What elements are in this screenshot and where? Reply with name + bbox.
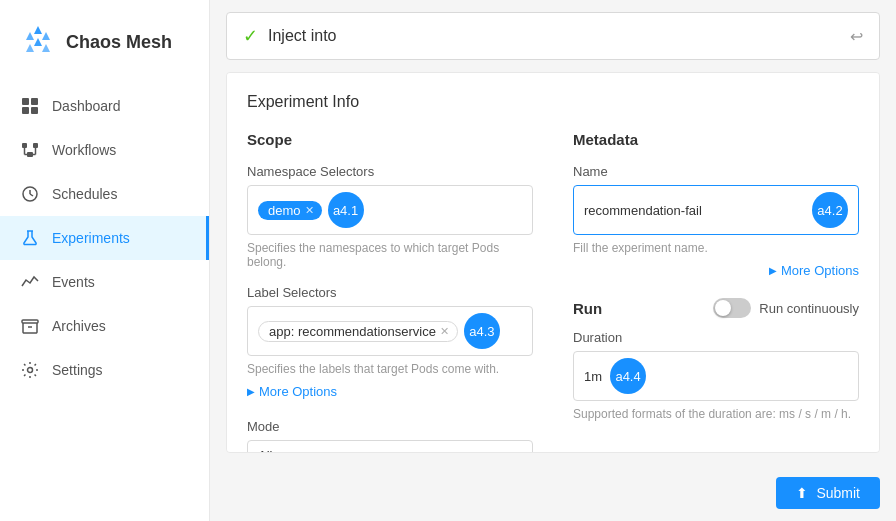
namespace-tag-demo-text: demo	[268, 203, 301, 218]
svg-rect-11	[33, 143, 38, 148]
mode-select-wrapper: All One Fixed Fixed Percent Random Max P…	[247, 440, 533, 453]
topbar-left: ✓ Inject into	[243, 25, 336, 47]
name-input-value: recommendation-fail	[584, 203, 812, 218]
sidebar-item-settings-label: Settings	[52, 362, 103, 378]
svg-marker-0	[34, 26, 42, 34]
submit-button[interactable]: ⬆ Submit	[776, 477, 880, 509]
sidebar-item-schedules-label: Schedules	[52, 186, 117, 202]
svg-rect-7	[31, 98, 38, 105]
sidebar-item-experiments[interactable]: Experiments	[0, 216, 209, 260]
duration-badge: a4.4	[610, 358, 646, 394]
sidebar-item-workflows[interactable]: Workflows	[0, 128, 209, 172]
scope-more-options[interactable]: ▶ More Options	[247, 384, 533, 399]
label-hint: Specifies the labels that target Pods co…	[247, 362, 533, 376]
svg-rect-21	[22, 320, 38, 323]
inject-title: Inject into	[268, 27, 336, 45]
app-name: Chaos Mesh	[66, 32, 172, 53]
namespace-hint: Specifies the namespaces to which target…	[247, 241, 533, 269]
sidebar-item-archives-label: Archives	[52, 318, 106, 334]
undo-button[interactable]: ↩	[850, 27, 863, 46]
sidebar-item-dashboard-label: Dashboard	[52, 98, 121, 114]
svg-marker-5	[26, 44, 34, 52]
label-tag-app-remove[interactable]: ✕	[440, 325, 449, 338]
sidebar-item-experiments-label: Experiments	[52, 230, 130, 246]
sidebar-item-settings[interactable]: Settings	[0, 348, 209, 392]
scope-more-options-label: More Options	[259, 384, 337, 399]
namespace-badge: a4.1	[328, 192, 364, 228]
label-badge: a4.3	[464, 313, 500, 349]
archive-icon	[20, 316, 40, 336]
namespace-tag-demo[interactable]: demo ✕	[258, 201, 322, 220]
run-title: Run	[573, 300, 602, 317]
events-icon	[20, 272, 40, 292]
submit-label: Submit	[816, 485, 860, 501]
duration-value: 1m	[584, 369, 602, 384]
run-section: Run Run continuously Duration 1m	[573, 298, 859, 421]
topbar: ✓ Inject into ↩	[226, 12, 880, 60]
clock-icon	[20, 184, 40, 204]
mode-field: Mode All One Fixed Fixed Percent Random …	[247, 419, 533, 453]
svg-rect-6	[22, 98, 29, 105]
metadata-more-options[interactable]: ▶ More Options	[573, 263, 859, 278]
run-continuously-wrapper: Run continuously	[713, 298, 859, 318]
mode-label: Mode	[247, 419, 533, 434]
logo: Chaos Mesh	[0, 16, 209, 84]
svg-marker-1	[42, 32, 50, 40]
chaos-mesh-logo-icon	[20, 24, 56, 60]
svg-rect-10	[22, 143, 27, 148]
workflows-icon	[20, 140, 40, 160]
label-tag-app[interactable]: app: recommendationservice ✕	[258, 321, 458, 342]
sidebar: Chaos Mesh Dashboard Workflows Schedules…	[0, 0, 210, 521]
svg-marker-4	[42, 44, 50, 52]
sidebar-item-events[interactable]: Events	[0, 260, 209, 304]
experiment-info-card: Experiment Info Scope Namespace Selector…	[226, 72, 880, 453]
sidebar-item-schedules[interactable]: Schedules	[0, 172, 209, 216]
mode-select[interactable]: All One Fixed Fixed Percent Random Max P…	[247, 440, 533, 453]
main-content: ✓ Inject into ↩ Experiment Info Scope Na…	[210, 0, 896, 521]
submit-icon: ⬆	[796, 485, 808, 501]
metadata-section: Metadata Name recommendation-fail a4.2 F…	[573, 131, 859, 453]
duration-label: Duration	[573, 330, 859, 345]
sidebar-item-events-label: Events	[52, 274, 95, 290]
sidebar-item-workflows-label: Workflows	[52, 142, 116, 158]
namespace-selectors-field: Namespace Selectors demo ✕ a4.1 Specifie…	[247, 164, 533, 269]
toggle-thumb	[715, 300, 731, 316]
namespace-selectors-input[interactable]: demo ✕ a4.1	[247, 185, 533, 235]
name-label: Name	[573, 164, 859, 179]
dashboard-icon	[20, 96, 40, 116]
scope-title: Scope	[247, 131, 533, 148]
run-continuously-toggle[interactable]	[713, 298, 751, 318]
namespace-tag-demo-remove[interactable]: ✕	[305, 204, 314, 217]
namespace-selectors-label: Namespace Selectors	[247, 164, 533, 179]
gear-icon	[20, 360, 40, 380]
metadata-title: Metadata	[573, 131, 859, 148]
name-hint: Fill the experiment name.	[573, 241, 859, 255]
svg-point-23	[28, 368, 33, 373]
sidebar-nav: Dashboard Workflows Schedules Experiment…	[0, 84, 209, 392]
label-tag-app-text: app: recommendationservice	[269, 324, 436, 339]
duration-field: Duration 1m a4.4 Supported formats of th…	[573, 330, 859, 421]
svg-marker-2	[26, 32, 34, 40]
check-icon: ✓	[243, 25, 258, 47]
scope-more-options-arrow: ▶	[247, 386, 255, 397]
flask-icon	[20, 228, 40, 248]
name-input-wrapper[interactable]: recommendation-fail a4.2	[573, 185, 859, 235]
name-field: Name recommendation-fail a4.2 Fill the e…	[573, 164, 859, 255]
svg-line-19	[30, 194, 33, 196]
scope-section: Scope Namespace Selectors demo ✕ a4.1 Sp…	[247, 131, 533, 453]
label-selectors-field: Label Selectors app: recommendationservi…	[247, 285, 533, 376]
run-header: Run Run continuously	[573, 298, 859, 318]
run-continuously-label: Run continuously	[759, 301, 859, 316]
metadata-more-options-arrow: ▶	[769, 265, 777, 276]
label-selectors-input[interactable]: app: recommendationservice ✕ a4.3	[247, 306, 533, 356]
svg-marker-3	[34, 38, 42, 46]
submit-area: ⬆ Submit	[210, 465, 896, 521]
card-title: Experiment Info	[247, 93, 859, 111]
sidebar-item-dashboard[interactable]: Dashboard	[0, 84, 209, 128]
svg-rect-9	[31, 107, 38, 114]
sidebar-item-archives[interactable]: Archives	[0, 304, 209, 348]
duration-input-wrapper[interactable]: 1m a4.4	[573, 351, 859, 401]
experiment-form: Scope Namespace Selectors demo ✕ a4.1 Sp…	[247, 131, 859, 453]
name-badge: a4.2	[812, 192, 848, 228]
duration-hint: Supported formats of the duration are: m…	[573, 407, 859, 421]
